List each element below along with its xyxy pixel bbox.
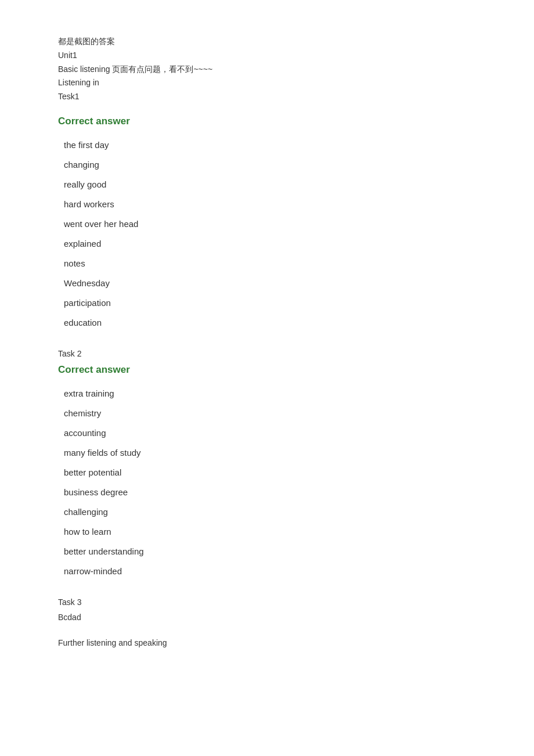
task1-section: Correct answer the first daychangingreal… (58, 116, 476, 333)
intro-line4: Listening in (58, 76, 476, 90)
task2-answer-item: many fields of study (64, 443, 476, 463)
task2-answer-item: business degree (64, 483, 476, 502)
task1-answer-item: hard workers (64, 195, 476, 214)
intro-line1: 都是截图的答案 (58, 35, 476, 49)
further-section: Further listening and speaking (58, 638, 476, 647)
task2-answer-item: how to learn (64, 522, 476, 542)
further-label: Further listening and speaking (58, 638, 476, 647)
task1-answer-item: explained (64, 234, 476, 254)
task2-answer-item: narrow-minded (64, 561, 476, 581)
task1-answer-item: the first day (64, 135, 476, 155)
task2-answer-item: better understanding (64, 542, 476, 561)
task2-correct-answer-heading: Correct answer (58, 364, 476, 376)
task2-answer-item: better potential (64, 463, 476, 483)
intro-section: 都是截图的答案 Unit1 Basic listening 页面有点问题，看不到… (58, 35, 476, 104)
task1-answer-item: notes (64, 254, 476, 273)
task2-label: Task 2 (58, 349, 476, 358)
task2-answer-item: extra training (64, 384, 476, 404)
task1-answer-item: Wednesday (64, 273, 476, 293)
task1-answer-item: participation (64, 293, 476, 313)
task1-answer-list: the first daychangingreally goodhard wor… (64, 135, 476, 333)
intro-line3: Basic listening 页面有点问题，看不到~~~~ (58, 63, 476, 77)
task1-answer-item: education (64, 313, 476, 333)
task2-answer-item: accounting (64, 423, 476, 443)
task3-content: Bcdad (58, 613, 476, 622)
task1-answer-item: changing (64, 155, 476, 175)
task1-answer-item: went over her head (64, 214, 476, 234)
task2-answer-item: chemistry (64, 404, 476, 423)
task2-answer-item: challenging (64, 502, 476, 522)
task1-correct-answer-heading: Correct answer (58, 116, 476, 127)
task2-section: Task 2 Correct answer extra trainingchem… (58, 349, 476, 581)
task1-answer-item: really good (64, 175, 476, 195)
intro-line2: Unit1 (58, 49, 476, 63)
intro-line5: Tesk1 (58, 90, 476, 104)
task2-answer-list: extra trainingchemistryaccountingmany fi… (64, 384, 476, 581)
task3-section: Task 3 Bcdad (58, 597, 476, 622)
task3-label: Task 3 (58, 597, 476, 607)
